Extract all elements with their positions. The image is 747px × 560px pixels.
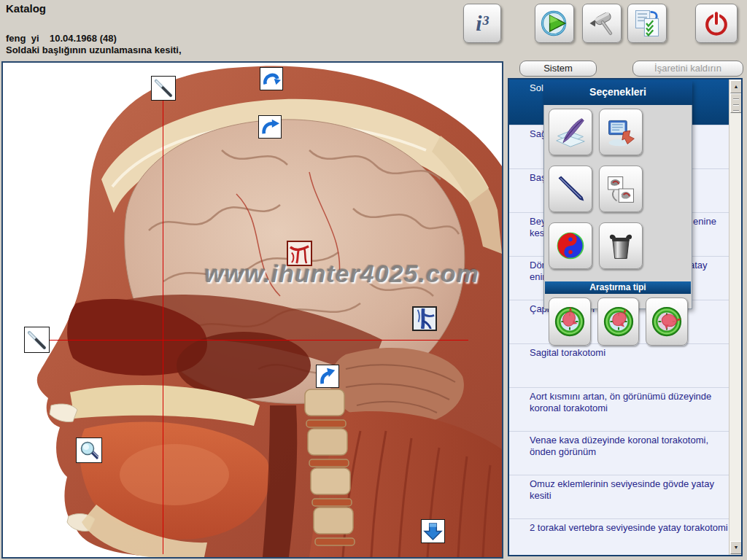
computer-export-icon [605,116,637,148]
magnifier-button[interactable] [76,438,102,463]
list-item[interactable]: 2 torakal vertebra seviyesinde yatay tor… [509,518,741,556]
notes-button[interactable] [549,109,592,155]
info-icon: i³ [476,11,488,36]
crosshair-vertical-line [163,99,163,554]
rotate-over-button[interactable] [260,67,283,90]
compare-balance-button[interactable] [549,222,592,269]
report-button[interactable] [627,4,667,43]
current-section-label: Soldaki başlığının uzunlamasına kesiti, [6,44,182,55]
scalpel-icon [26,330,47,351]
options-popup-title: Seçenekleri [543,81,692,105]
organ-dial-icon [650,305,684,338]
crosshair-horizontal-line [47,340,468,341]
magnifier-icon [78,440,100,462]
container-button[interactable] [599,222,643,269]
scalpel-icon [153,78,174,98]
curve-up-arrow-icon [318,367,337,386]
export-analysis-button[interactable] [599,109,643,155]
research-type-2-button[interactable] [597,298,640,346]
options-popup: Seçenekleri [543,81,692,309]
page-title: Katalog [6,2,46,15]
compare-images-icon [605,173,637,205]
options-popup-body: Araştırma tipi [543,105,692,309]
scroll-thumb[interactable] [730,93,742,113]
metal-pot-icon [605,230,637,262]
compare-images-button[interactable] [599,166,643,212]
research-type-1-button[interactable] [549,298,591,346]
research-type-header: Araştırma tipi [545,281,691,294]
patient-info: feng yi 10.04.1968 (48) [6,33,117,44]
rotate-right-button[interactable] [258,115,282,139]
list-item[interactable]: Venae kava düzeyinde koronal torakotomi,… [509,431,741,475]
move-down-button[interactable] [421,519,445,543]
hammer-icon [586,7,618,39]
start-research-button[interactable] [535,4,574,43]
anatomy-viewport[interactable]: www.ihunter4025.com [1,61,503,559]
list-item[interactable]: Omuz eklemlerinin seviyesinde gövde yata… [509,475,741,518]
yin-yang-icon [554,230,587,262]
organ-dial-icon [602,305,635,338]
play-icon [538,7,570,39]
quill-notes-icon [554,116,587,148]
scalpel-horizontal-marker[interactable] [24,327,50,353]
organ-dial-icon [553,305,587,338]
report-icon [631,7,663,39]
scroll-down-button[interactable]: ▼ [730,541,742,554]
down-arrow-icon [423,521,443,541]
list-item[interactable]: Aort kısmını artan, ön görünümü düzeyind… [509,387,741,431]
research-type-3-button[interactable] [646,298,688,346]
rotate-right-arrow-icon [260,117,279,136]
list-item[interactable]: Sagital torakotomi [509,343,741,387]
scalpel-vertical-marker[interactable] [151,76,176,101]
tab-remove-mark[interactable]: İşaretini kaldırın [632,61,743,77]
scalpel-tool-button[interactable] [549,166,592,212]
vein-icon [414,308,435,329]
vein-thumbnail[interactable] [412,306,437,331]
scalpel-icon [554,173,587,205]
info-button[interactable]: i³ [463,4,501,43]
rotate-over-arrow-icon [262,69,281,88]
watermark: www.ihunter4025.com [204,260,503,288]
curve-up-button[interactable] [316,365,339,388]
scroll-up-button[interactable]: ▲ [730,80,742,93]
list-scrollbar[interactable]: ▲ ▼ [729,79,741,555]
exit-button[interactable] [695,4,738,43]
catalog-window: { "header": { "title": "Katalog", "patie… [0,0,747,560]
search-tools-button[interactable] [582,4,622,43]
tab-system[interactable]: Sistem [519,61,597,77]
power-icon [700,7,732,39]
